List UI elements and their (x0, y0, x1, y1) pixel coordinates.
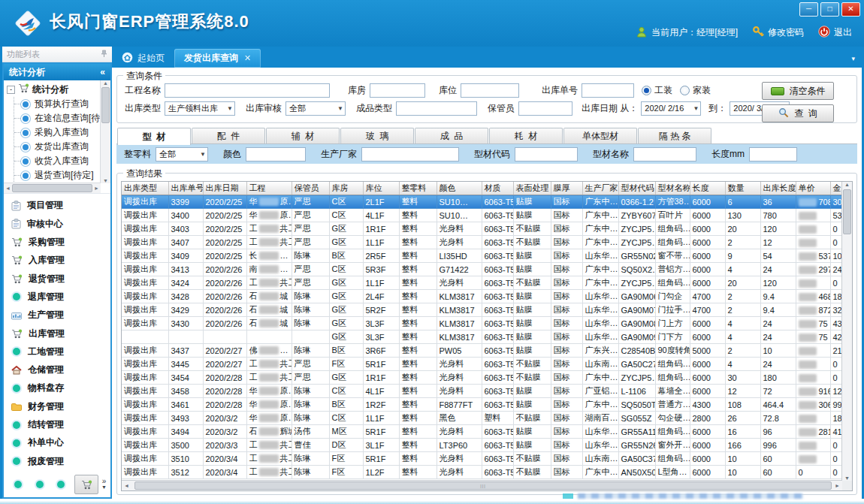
change-password-button[interactable]: 修改密码 (752, 26, 804, 40)
material-tab-7[interactable]: 单体型材 (563, 128, 637, 144)
material-tab-1[interactable]: 型 材 (117, 128, 191, 145)
sidebar-module-13[interactable]: 结转管理 (11, 418, 110, 431)
filter-input[interactable] (749, 147, 797, 161)
grid-horizontal-scrollbar[interactable]: ◄|||► (122, 480, 842, 490)
out-audit-select[interactable]: 全部▼ (285, 101, 346, 116)
module-mini-icon[interactable] (14, 481, 22, 488)
filter-input[interactable] (361, 147, 459, 161)
tab-home[interactable]: 起始页 (112, 49, 174, 68)
tree-root-statistics[interactable]: - 统计分析 (7, 82, 101, 97)
table-row[interactable]: G区3L3F整料KLM38176063-T5贴膜国标山东华…GA90M09.门下… (122, 330, 851, 344)
column-header[interactable]: 出库日期 (203, 182, 246, 195)
column-header[interactable]: 出库单号 (168, 182, 203, 195)
filter-select[interactable]: 全部▼ (156, 147, 208, 161)
project-name-input[interactable] (165, 83, 330, 98)
tree-item[interactable]: 收货入库查询 (14, 154, 101, 168)
column-header[interactable]: 材质 (482, 182, 513, 195)
collapse-icon[interactable]: « (100, 67, 105, 77)
column-header[interactable]: 整零料 (399, 182, 437, 195)
date-from-select[interactable]: 2020/ 2/16▼ (641, 101, 701, 116)
decoration-radio[interactable]: 工装 (642, 84, 672, 97)
column-header[interactable]: 型材名称 (655, 182, 690, 195)
column-header[interactable]: 生产厂家 (582, 182, 618, 195)
module-mini-icon[interactable] (57, 481, 65, 488)
tab-shipping-outbound-query[interactable]: 发货出库查询 ✕ (174, 49, 261, 68)
column-header[interactable]: 工程 (246, 182, 292, 195)
sidebar-module-8[interactable]: 出库管理 (11, 327, 110, 340)
sidebar-module-2[interactable]: 审核中心 (11, 218, 110, 231)
material-tab-3[interactable]: 辅 材 (266, 128, 340, 144)
section-header-statistics[interactable]: 统计分析 « (4, 64, 110, 80)
table-row[interactable]: 调拨出库33992020/2/25华原…严思C区2L1F整料SU10…6063-… (122, 195, 851, 209)
column-header[interactable]: 出库类型 (122, 182, 168, 195)
sidebar-module-6[interactable]: 退库管理 (11, 291, 110, 303)
location-input[interactable] (461, 83, 519, 98)
order-no-input[interactable] (582, 83, 634, 98)
keeper-input[interactable] (518, 101, 572, 116)
material-tab-2[interactable]: 配 件 (192, 128, 265, 144)
table-row[interactable]: 调拨出库34002020/2/25华原…严思C区4L1F整料SU10…6063-… (122, 209, 851, 222)
logout-button[interactable]: 退出 (818, 26, 852, 40)
filter-input[interactable] (515, 147, 578, 161)
column-header[interactable]: 数量 (725, 182, 760, 195)
column-header[interactable]: 型材代码 (618, 182, 655, 195)
sidebar-module-12[interactable]: 财务管理 (11, 400, 110, 413)
table-row[interactable]: 调拨出库34452020/2/27工共工程严思F区5R1F整料光身料6063-T… (122, 358, 851, 371)
pin-icon[interactable] (101, 50, 107, 59)
table-row[interactable]: 调拨出库35122020/3/4工共工程陈琳F区1L2F整料光身料6063-T5… (122, 466, 851, 479)
tree-expander-icon[interactable]: - (7, 86, 15, 94)
filter-input[interactable] (246, 147, 306, 161)
maximize-button[interactable]: □ (820, 2, 839, 17)
grid-vertical-scrollbar[interactable]: ▲▼ (841, 182, 852, 481)
table-row[interactable]: 调拨出库34292020/2/26石城陈琳G区5R2F整料KLM38176063… (122, 303, 851, 317)
tree-horizontal-scrollbar[interactable]: ◄► (4, 183, 101, 193)
sidebar-module-1[interactable]: 项目管理 (11, 199, 110, 212)
clear-conditions-button[interactable]: 清空条件 (762, 82, 834, 100)
column-header[interactable]: 颜色 (437, 182, 482, 195)
sidebar-module-3[interactable]: 采购管理 (11, 236, 110, 249)
sidebar-module-5[interactable]: 退货管理 (11, 273, 110, 285)
overflow-chevron[interactable]: »▼ (101, 478, 107, 490)
material-tab-4[interactable]: 玻 璃 (340, 128, 414, 144)
tree-item[interactable]: 采购入库查询 (14, 125, 101, 140)
tab-close-icon[interactable]: ✕ (244, 53, 251, 63)
column-header[interactable]: 保管员 (292, 182, 329, 195)
out-type-select[interactable]: 生产领料出库▼ (165, 101, 235, 116)
column-header[interactable]: 出库长度 (760, 182, 796, 195)
column-header[interactable]: 长度 (690, 182, 725, 195)
material-tab-5[interactable]: 成 品 (415, 128, 488, 144)
sidebar-module-4[interactable]: 入库管理 (11, 254, 110, 267)
statistics-module-button[interactable] (74, 475, 98, 494)
sidebar-module-9[interactable]: 工地管理 (11, 346, 110, 358)
tree-item[interactable]: 退货查询[待定] (14, 168, 101, 183)
table-row[interactable]: 调拨出库34372020/2/27佛…陈琳B区3R6F整料PW056063-T5… (122, 344, 851, 358)
column-header[interactable]: 库房 (329, 182, 363, 195)
table-row[interactable]: 调拨出库34932020/3/2华原…陈琳C区1L1F整料黑色塑料不贴膜国标湖南… (122, 412, 851, 425)
table-row[interactable]: 调拨出库34612020/2/28华原…陈琳B区1R2F整料F8877FT606… (122, 398, 851, 412)
tree-vertical-scrollbar[interactable]: ▲ ▼ (100, 80, 110, 183)
product-type-input[interactable] (396, 101, 477, 116)
sidebar-module-15[interactable]: 报废管理 (11, 455, 110, 468)
table-row[interactable]: 调拨出库34282020/2/26石城陈琳G区2L4F整料KLM38176063… (122, 290, 851, 303)
sidebar-module-11[interactable]: 物料盘存 (11, 382, 110, 394)
sidebar-module-7[interactable]: 生产管理 (11, 309, 110, 321)
table-row[interactable]: 调拨出库34092020/2/25长…陈琳B区2R5F整料LI35HD6063-… (122, 249, 851, 263)
module-mini-icon[interactable] (36, 481, 44, 488)
table-row[interactable]: 调拨出库34942020/3/2石辉城汤伟M区5R1F整料光身料6063-T5贴… (122, 425, 851, 439)
column-header[interactable]: 库位 (363, 182, 399, 195)
table-row[interactable]: 调拨出库34242020/2/26工共工程严思G区1L1F整料光身料6063-T… (122, 276, 851, 290)
minimize-button[interactable]: ─ (799, 2, 818, 17)
warehouse-input[interactable] (370, 83, 425, 98)
material-tab-6[interactable]: 耗 材 (489, 128, 563, 144)
tree-item[interactable]: 发货出库查询 (14, 140, 101, 154)
sidebar-module-14[interactable]: 补单中心 (11, 436, 110, 449)
column-header[interactable]: 表面处理 (513, 182, 551, 195)
close-button[interactable]: ✕ (841, 2, 860, 17)
filter-input[interactable] (633, 147, 696, 161)
decoration-radio[interactable]: 家装 (680, 84, 711, 97)
table-row[interactable]: 调拨出库34542020/2/28工共工程严思G区1R1F整料光身料6063-T… (122, 371, 851, 385)
table-row[interactable]: 调拨出库34132020/2/26南…严思C区5R3F整料G714226063-… (122, 263, 851, 276)
sidebar-module-10[interactable]: 仓储管理 (11, 364, 110, 376)
table-row[interactable]: 调拨出库34072020/2/25工共工程严思G区1L1F整料光身料6063-T… (122, 236, 851, 249)
table-row[interactable]: 调拨出库35102020/3/4工共工程陈琳F区5R1F整料光身料6063-T5… (122, 452, 851, 466)
